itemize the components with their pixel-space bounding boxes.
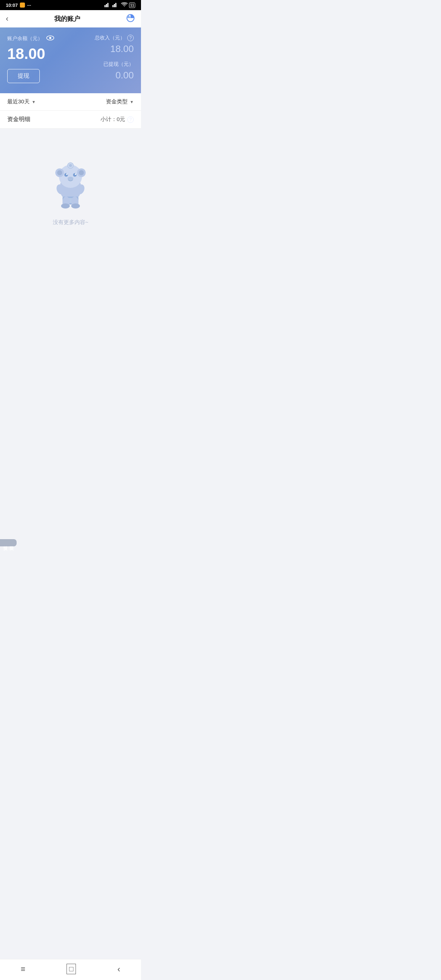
- banner-right: 总收入（元） ? 18.00 已提现（元） 0.00: [95, 35, 134, 81]
- mascot-container: [41, 150, 99, 208]
- chart-button[interactable]: [126, 13, 135, 25]
- banner-left: 账户余额（元） 18.00 提现: [7, 35, 54, 83]
- signal-icon2: [112, 2, 119, 8]
- withdraw-button[interactable]: 提现: [7, 69, 40, 83]
- signal-icon: [105, 2, 111, 8]
- banner-top: 账户余额（元） 18.00 提现 总收入（元） ? 18.00 已提现（元） 0…: [7, 35, 134, 83]
- svg-point-14: [79, 170, 84, 175]
- eye-icon[interactable]: [46, 35, 54, 42]
- total-income-label: 总收入（元）: [95, 35, 125, 41]
- account-banner: 账户余额（元） 18.00 提现 总收入（元） ? 18.00 已提现（元） 0…: [0, 27, 141, 93]
- balance-label: 账户余额（元）: [7, 35, 43, 42]
- svg-rect-2: [107, 3, 108, 7]
- battery-icon: 11: [129, 3, 135, 8]
- status-left: 10:07 ···: [6, 3, 31, 8]
- page-title: 我的账户: [54, 14, 80, 23]
- notification-icon: [20, 3, 25, 8]
- withdrawn-amount: 0.00: [95, 70, 134, 81]
- svg-point-12: [57, 170, 62, 175]
- fund-type-label: 资金类型: [106, 98, 127, 105]
- svg-point-15: [64, 173, 68, 177]
- balance-amount: 18.00: [7, 45, 54, 62]
- svg-point-17: [73, 173, 76, 177]
- empty-state: 没有更多内容~: [0, 129, 141, 309]
- total-income-label-row: 总收入（元） ?: [95, 35, 134, 41]
- svg-point-26: [61, 204, 70, 208]
- svg-point-16: [66, 173, 68, 175]
- period-label: 最近30天: [7, 98, 30, 105]
- more-dots: ···: [27, 3, 31, 8]
- status-right: 11: [105, 2, 135, 8]
- balance-label-row: 账户余额（元）: [7, 35, 54, 42]
- fund-type-filter[interactable]: 资金类型 ▼: [106, 98, 134, 105]
- period-filter[interactable]: 最近30天 ▼: [7, 98, 36, 105]
- subtotal-section: 小计：0元 ?: [100, 116, 134, 123]
- help-icon[interactable]: ?: [127, 35, 134, 41]
- svg-rect-4: [114, 4, 115, 7]
- wifi-icon: [121, 2, 127, 8]
- fund-detail-label: 资金明细: [7, 116, 30, 123]
- svg-point-29: [69, 164, 72, 167]
- period-dropdown-arrow: ▼: [32, 100, 36, 104]
- svg-rect-1: [106, 4, 107, 7]
- status-bar: 10:07 ··· 11: [0, 0, 141, 10]
- subtotal-help-icon[interactable]: ?: [127, 116, 134, 123]
- svg-point-8: [49, 37, 51, 39]
- svg-point-27: [71, 204, 80, 208]
- total-income-amount: 18.00: [95, 43, 134, 54]
- empty-text: 没有更多内容~: [53, 219, 89, 226]
- time-display: 10:07: [6, 3, 18, 8]
- svg-point-18: [75, 173, 76, 175]
- header: ‹ 我的账户: [0, 10, 141, 27]
- back-button[interactable]: ‹: [6, 14, 8, 24]
- subtotal-label: 小计：0元: [100, 116, 125, 123]
- fund-type-dropdown-arrow: ▼: [130, 100, 134, 104]
- summary-bar: 资金明细 小计：0元 ?: [0, 111, 141, 129]
- withdrawn-label: 已提现（元）: [95, 61, 134, 68]
- svg-rect-0: [105, 5, 105, 7]
- filter-bar: 最近30天 ▼ 资金类型 ▼: [0, 93, 141, 111]
- svg-rect-3: [112, 5, 113, 7]
- svg-rect-5: [115, 3, 116, 7]
